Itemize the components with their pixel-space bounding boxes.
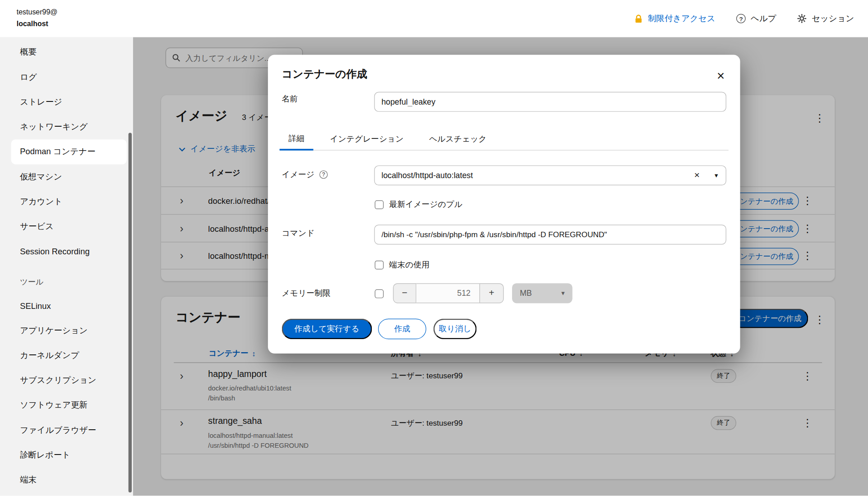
help-label: ヘルプ — [751, 13, 776, 23]
sidebar-item-label: サブスクリプション — [20, 375, 97, 386]
command-label: コマンド — [282, 228, 315, 239]
modal-tabs: 詳細 インテグレーション ヘルスチェック — [280, 129, 729, 151]
sidebar-item-label: Session Recording — [20, 247, 89, 256]
pull-latest-label: 最新イメージのプル — [389, 199, 463, 210]
plus-button[interactable]: + — [480, 283, 504, 303]
sidebar-item-label: ログ — [20, 72, 37, 83]
sidebar-item-terminal[interactable]: 端末 — [0, 468, 133, 492]
image-label: イメージ — [282, 169, 314, 179]
help-icon: ? — [736, 14, 746, 23]
current-user-menu[interactable]: testuser99@ localhost — [17, 6, 58, 29]
terminal-label: 端末の使用 — [389, 259, 429, 270]
command-field[interactable] — [381, 230, 719, 239]
limited-access-button[interactable]: 制限付きアクセス — [635, 13, 716, 23]
image-select[interactable]: localhost/httpd-auto:latest × ▾ — [374, 165, 726, 185]
lock-icon — [635, 14, 643, 23]
sidebar-item-file-browser[interactable]: ファイルブラウザー — [0, 418, 133, 442]
sidebar-item-services[interactable]: サービス — [0, 214, 133, 239]
create-button[interactable]: 作成 — [378, 319, 426, 339]
sidebar-section-tools: ツール — [0, 271, 133, 293]
memory-unit-select[interactable]: MB ▾ — [512, 283, 573, 303]
sidebar-item-subscriptions[interactable]: サブスクリプション — [0, 368, 133, 393]
close-icon[interactable]: × — [717, 69, 725, 82]
sidebar-item-applications[interactable]: アプリケーション — [0, 318, 133, 343]
limited-access-label: 制限付きアクセス — [648, 13, 715, 23]
masthead-actions: 制限付きアクセス ? ヘルプ セッション — [635, 0, 854, 37]
sidebar-item-label: サービス — [20, 221, 54, 232]
modal-title: コンテナーの作成 — [282, 67, 367, 81]
session-label: セッション — [812, 13, 854, 23]
gear-icon — [797, 14, 807, 23]
name-field-box — [374, 92, 726, 112]
name-field[interactable] — [381, 97, 719, 106]
image-label-group: イメージ ? — [282, 169, 328, 179]
sidebar-scrollbar[interactable] — [129, 133, 132, 492]
terminal-option: 端末の使用 — [375, 259, 429, 270]
host-name: localhost — [17, 18, 58, 29]
sidebar-item-diagnostic-reports[interactable]: 診断レポート — [0, 443, 133, 468]
memory-unit-value: MB — [520, 289, 561, 298]
command-field-box — [374, 225, 726, 244]
sidebar-item-label: カーネルダンプ — [20, 350, 79, 361]
name-label: 名前 — [282, 93, 298, 104]
help-popover-icon[interactable]: ? — [319, 170, 328, 179]
app: testuser99@ localhost 制限付きアクセス ? ヘルプ — [0, 0, 868, 496]
sidebar: 概要 ログ ストレージ ネットワーキング Podman コンテナー 仮想マシン … — [0, 37, 133, 496]
sidebar-item-label: ファイルブラウザー — [20, 425, 96, 435]
session-menu[interactable]: セッション — [797, 13, 854, 23]
sidebar-item-virtual-machines[interactable]: 仮想マシン — [0, 164, 133, 189]
chevron-down-icon[interactable]: ▾ — [715, 171, 718, 179]
sidebar-item-session-recording[interactable]: Session Recording — [0, 239, 133, 264]
minus-button[interactable]: − — [393, 283, 416, 303]
sidebar-item-label: ソフトウェア更新 — [20, 400, 88, 410]
sidebar-item-storage[interactable]: ストレージ — [0, 90, 133, 115]
terminal-checkbox[interactable] — [375, 260, 384, 269]
sidebar-item-accounts[interactable]: アカウント — [0, 189, 133, 214]
sidebar-item-label: 概要 — [20, 47, 37, 57]
image-select-value: localhost/httpd-auto:latest — [381, 171, 694, 180]
sidebar-item-label: 仮想マシン — [20, 171, 62, 182]
sidebar-item-label: アカウント — [20, 197, 62, 207]
help-menu[interactable]: ? ヘルプ — [736, 13, 776, 23]
pull-latest-checkbox[interactable] — [375, 200, 384, 209]
sidebar-item-networking[interactable]: ネットワーキング — [0, 115, 133, 139]
sidebar-nav: 概要 ログ ストレージ ネットワーキング Podman コンテナー 仮想マシン … — [0, 37, 133, 492]
tab-details[interactable]: 詳細 — [280, 129, 314, 151]
create-and-run-button[interactable]: 作成して実行する — [282, 319, 372, 339]
sidebar-item-label: ネットワーキング — [20, 122, 88, 132]
user-name: testuser99@ — [17, 6, 58, 18]
sidebar-item-label: アプリケーション — [20, 325, 88, 335]
sidebar-item-podman-containers[interactable]: Podman コンテナー — [11, 139, 127, 164]
sidebar-item-label: SELinux — [20, 301, 51, 311]
sidebar-item-logs[interactable]: ログ — [0, 65, 133, 90]
memory-number-input: − 512 + — [393, 283, 503, 303]
masthead: testuser99@ localhost 制限付きアクセス ? ヘルプ — [0, 0, 868, 37]
create-container-modal: コンテナーの作成 × 名前 詳細 インテグレーション ヘルスチェック イメージ … — [268, 55, 740, 354]
memory-limit-label: メモリー制限 — [282, 288, 331, 299]
sidebar-item-label: Podman コンテナー — [20, 147, 95, 157]
sidebar-item-label: 診断レポート — [20, 450, 70, 460]
clear-selection-icon[interactable]: × — [694, 170, 700, 181]
chevron-down-icon: ▾ — [561, 289, 564, 297]
tab-health-check[interactable]: ヘルスチェック — [420, 129, 496, 150]
memory-value-field[interactable]: 512 — [416, 283, 480, 303]
sidebar-item-selinux[interactable]: SELinux — [0, 293, 133, 318]
pull-latest-option: 最新イメージのプル — [375, 199, 463, 210]
cancel-button[interactable]: 取り消し — [434, 319, 477, 339]
sidebar-item-label: ストレージ — [20, 97, 62, 107]
sidebar-item-overview[interactable]: 概要 — [0, 40, 133, 64]
sidebar-item-label: 端末 — [20, 475, 37, 485]
memory-limit-checkbox[interactable] — [375, 289, 384, 299]
sidebar-item-software-updates[interactable]: ソフトウェア更新 — [0, 393, 133, 418]
sidebar-item-kernel-dump[interactable]: カーネルダンプ — [0, 343, 133, 368]
tab-integration[interactable]: インテグレーション — [321, 129, 413, 150]
